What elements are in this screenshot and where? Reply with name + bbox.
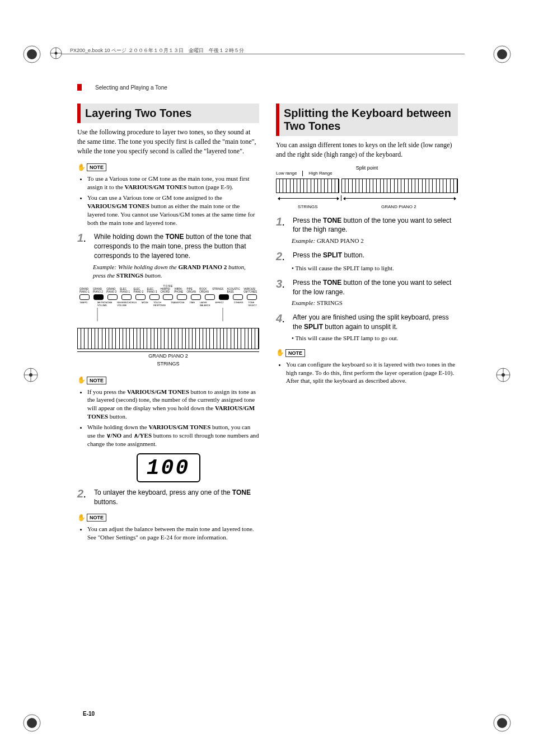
r-step-1-body: Press the TONE button of the tone you wa… [293,216,458,235]
note-3-list: You can adjust the balance between the m… [77,525,259,542]
heading-layering: Layering Two Tones [77,104,259,123]
tone-panel-figure: TONE GRANDPIANO 1GRANDPIANO 2GRANDPIANO … [77,284,259,323]
intro-layering: Use the following procedure to layer two… [77,128,259,156]
step-num-2: 2 [276,251,288,262]
breadcrumb-marker [77,84,82,91]
step-num-1: 1 [276,216,288,235]
note-1-item: To use a Various tone or GM tone as the … [87,175,259,191]
note-1-item: You can use a Various tone or GM tone as… [87,194,259,227]
r-note-list: You can configure the keyboard so it is … [276,360,458,386]
header-text: PX200_e.book 10 ページ ２００６年１０月１３日 金曜日 午後１２… [70,47,244,54]
note-3-label: NOTE [87,514,106,522]
svg-point-1 [27,49,37,59]
display-figure: 100 [137,453,200,482]
right-column: Splitting the Keyboard between Two Tones… [276,104,458,547]
intro-splitting: You can assign different tones to keys o… [276,140,458,159]
svg-point-3 [497,49,507,59]
svg-point-11 [29,373,32,377]
r-step-2-sub: • This will cause the SPLIT lamp to ligh… [292,264,458,273]
r-note-label-wrap: ✋ NOTE [276,347,458,359]
crossmark-left [22,367,39,383]
note-2-item: While holding down the VARIOUS/GM TONES … [87,423,259,448]
left-column: Layering Two Tones Use the following pro… [77,104,259,547]
content: Layering Two Tones Use the following pro… [77,104,458,547]
r-example-3: Example: STRINGS [292,299,458,307]
r-step-4: 4 After you are finished using the split… [276,313,458,332]
step-2-body: To unlayer the keyboard, press any one o… [94,488,259,507]
svg-point-15 [502,373,505,377]
panel-top-labels: GRANDPIANO 1GRANDPIANO 2GRANDPIANO 3ELEC… [77,288,259,293]
strings-label: STRINGS [276,204,340,209]
step-num-3: 3 [276,278,288,297]
page-number: E-10 [83,711,95,717]
note-2-item: If you press the VARIOUS/GM TONES button… [87,388,259,421]
svg-point-7 [497,718,507,728]
regmark-top-right [491,44,513,65]
high-range-label: High Range [303,171,332,176]
kbd-caption-1: GRAND PIANO 2 [77,351,259,360]
r-step-3: 3 Press the TONE button of the tone you … [276,278,458,297]
r-step-4-sub: • This will cause the SPLIT lamp to go o… [292,334,458,342]
note-3-label-wrap: ✋ NOTE [77,511,259,524]
panel-buttons [77,293,259,301]
split-figure: Split point Low range High Range [276,165,458,209]
breadcrumb: Selecting and Playing a Tone [95,84,167,91]
page: PX200_e.book 10 ページ ２００６年１０月１３日 金曜日 午後１２… [0,0,534,756]
example-1: Example: While holding down the GRAND PI… [93,263,259,280]
step-num-4: 4 [276,313,288,332]
step-1: 1 While holding down the TONE button of … [77,232,259,260]
note-1-list: To use a Various tone or GM tone as the … [77,175,259,227]
panel-lines [77,308,259,321]
grand-piano-label: GRAND PIANO 2 [340,204,458,209]
r-step-2: 2 Press the SPLIT button. [276,251,458,262]
note-1-label: NOTE [87,163,106,171]
low-range-label: Low range [276,171,302,176]
r-step-3-body: Press the TONE button of the tone you wa… [293,278,458,297]
regmark-top-left [21,44,43,65]
kbd-caption-2: STRINGS [77,360,259,368]
note-2-label-wrap: ✋ NOTE [77,374,259,387]
r-example-1: Example: GRAND PIANO 2 [292,237,458,245]
note-2-label: NOTE [87,377,106,384]
r-step-4-body: After you are finished using the split k… [293,313,458,332]
crossmark-header [49,46,65,63]
panel-bot-labels: TEMPOMETRONOMEVOLUMEREVERB/CHORUSVOLUMEM… [77,301,259,307]
regmark-bottom-right [491,712,513,734]
heading-splitting: Splitting the Keyboard between Two Tones [276,104,458,136]
note-1-label-wrap: ✋ NOTE [77,161,259,173]
split-point-label: Split point [276,165,458,171]
r-note-item: You can configure the keyboard so it is … [286,360,458,386]
r-step-1: 1 Press the TONE button of the tone you … [276,216,458,235]
svg-point-19 [55,52,58,55]
note-3-item: You can adjust the balance between the m… [87,525,259,542]
keyboard-figure [77,328,259,349]
crossmark-right [495,367,512,383]
step-2: 2 To unlayer the keyboard, press any one… [77,488,259,507]
step-num-1: 1 [77,232,90,260]
step-1-body: While holding down the TONE button of th… [94,232,259,260]
r-note-label: NOTE [285,349,305,357]
regmark-bottom-left [21,712,43,734]
r-step-2-body: Press the SPLIT button. [293,251,458,262]
note-2-list: If you press the VARIOUS/GM TONES button… [77,388,259,448]
step-num-2: 2 [77,488,90,507]
svg-point-5 [27,718,37,728]
